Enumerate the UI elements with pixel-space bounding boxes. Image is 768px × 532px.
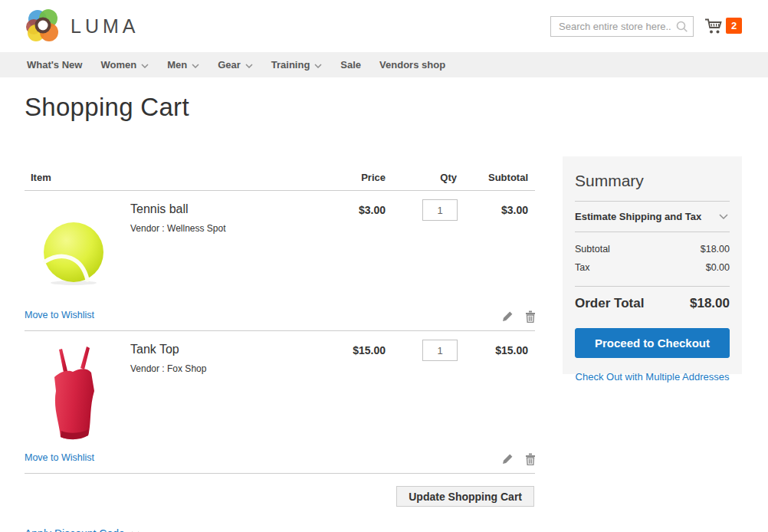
summary-title: Summary [575,167,730,201]
product-name-link[interactable]: Tennis ball [130,202,226,216]
column-header-qty: Qty [440,172,457,183]
logo-text: LUMA [71,15,139,38]
pencil-icon [501,310,514,323]
page-title: Shopping Cart [25,93,768,122]
estimate-shipping-toggle[interactable]: Estimate Shipping and Tax [575,201,730,232]
tax-row: Tax $0.00 [575,258,730,277]
nav-label: Men [167,59,187,71]
luma-logo[interactable]: LUMA [25,8,139,44]
chevron-down-icon [719,214,728,220]
chevron-down-icon [245,64,253,68]
subtotal-label: Subtotal [575,244,610,255]
luma-logo-icon [25,8,61,44]
cart-item-row-tank-top: Tank Top Vendor : Fox Shop $15.00 $15.00… [25,331,535,474]
order-total-label: Order Total [575,296,644,311]
totals-section: Subtotal $18.00 Tax $0.00 [575,232,730,286]
search-box [550,16,694,37]
proceed-to-checkout-button[interactable]: Proceed to Checkout [575,328,730,358]
order-total-value: $18.00 [690,296,730,311]
search-input[interactable] [550,16,694,37]
nav-item-whats-new[interactable]: What's New [18,52,91,77]
item-subtotal: $15.00 [495,344,528,356]
chevron-down-icon [314,64,322,68]
move-to-wishlist-link[interactable]: Move to Wishlist [25,310,94,320]
header-right: 2 [550,16,742,37]
main-nav: What's New Women Men Gear Training Sale … [0,52,768,77]
nav-item-women[interactable]: Women [91,52,158,77]
nav-item-gear[interactable]: Gear [208,52,262,77]
nav-item-vendors-shop[interactable]: Vendors shop [370,52,455,77]
item-price: $15.00 [353,344,386,356]
main-content: Shopping Cart Item Price Qty Subtotal [0,93,768,532]
cart-item-row-tennis-ball: Tennis ball Vendor : Wellness Spot $3.00… [25,191,535,331]
cart-count-badge: 2 [726,18,742,34]
item-subtotal: $3.00 [501,204,528,216]
trash-icon [525,453,536,465]
delete-item-button[interactable] [525,453,536,465]
nav-item-sale[interactable]: Sale [331,52,370,77]
subtotal-row: Subtotal $18.00 [575,240,730,258]
product-info: Tank Top Vendor : Fox Shop [130,343,206,374]
chevron-down-icon [192,64,199,68]
qty-input[interactable] [422,340,458,361]
site-header: LUMA 2 [0,0,768,52]
nav-label: What's New [27,59,82,71]
tax-value: $0.00 [706,262,730,273]
cart-table-header: Item Price Qty Subtotal [25,169,535,191]
estimate-shipping-label: Estimate Shipping and Tax [575,211,701,222]
order-total-row: Order Total $18.00 [575,286,730,311]
trash-icon [525,310,536,323]
product-name-link[interactable]: Tank Top [130,343,206,356]
update-cart-button[interactable]: Update Shopping Cart [396,486,534,507]
tank-top-image [42,343,103,443]
nav-item-training[interactable]: Training [262,52,332,77]
product-vendor: Vendor : Wellness Spot [130,223,226,234]
magnifier-icon[interactable] [676,21,688,33]
product-vendor: Vendor : Fox Shop [130,363,206,374]
item-price: $3.00 [359,204,386,216]
summary-panel: Summary Estimate Shipping and Tax Subtot… [563,156,742,374]
cart-table: Item Price Qty Subtotal [25,169,535,532]
pencil-icon [501,453,514,465]
qty-cell [422,199,458,221]
nav-label: Gear [218,59,241,71]
cart-actions: Update Shopping Cart [25,474,535,517]
chevron-down-icon [141,64,149,68]
subtotal-value: $18.00 [701,244,730,255]
nav-label: Sale [340,59,361,71]
nav-label: Women [100,59,136,71]
column-header-subtotal: Subtotal [488,172,528,183]
apply-discount-toggle[interactable]: Apply Discount Code [25,527,139,532]
apply-discount-label: Apply Discount Code [25,527,125,532]
move-to-wishlist-link[interactable]: Move to Wishlist [25,452,94,463]
edit-item-button[interactable] [501,453,514,465]
nav-label: Vendors shop [379,59,445,71]
shopping-cart-icon [704,18,723,35]
column-header-price: Price [361,172,386,183]
multi-address-checkout-link[interactable]: Check Out with Multiple Addresses [575,371,730,383]
tax-label: Tax [575,262,589,273]
qty-input[interactable] [422,199,458,221]
edit-item-button[interactable] [501,310,514,323]
delete-item-button[interactable] [525,310,536,323]
nav-item-men[interactable]: Men [158,52,208,77]
minicart-button[interactable]: 2 [704,18,742,35]
shopping-cart-page: LUMA 2 [0,0,768,532]
qty-cell [422,340,458,361]
column-header-item: Item [31,172,51,183]
tennis-ball-image [42,218,105,286]
product-image-tennis-ball[interactable] [42,218,105,289]
product-image-tank-top[interactable] [42,343,103,446]
product-info: Tennis ball Vendor : Wellness Spot [130,202,226,234]
nav-label: Training [271,59,310,71]
